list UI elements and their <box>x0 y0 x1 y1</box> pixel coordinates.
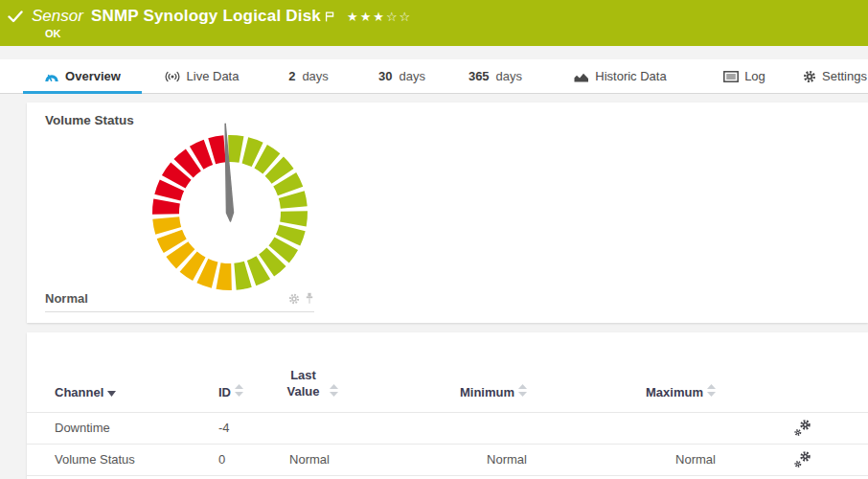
tab-label: Overview <box>65 69 121 83</box>
tab-bar: Overview Live Data 2 days 30 days 365 da… <box>0 59 868 94</box>
sort-both-icon <box>518 384 527 399</box>
tab-historic-data[interactable]: Historic Data <box>543 59 697 93</box>
channel-settings-icon[interactable] <box>793 420 812 434</box>
column-header-channel[interactable]: Channel <box>27 332 218 412</box>
column-label: Maximum <box>646 385 703 399</box>
sensor-title-row: Sensor SNMP Synology Logical Disk ★★★☆☆ <box>0 0 868 26</box>
log-icon <box>723 71 739 82</box>
channel-settings-icon[interactable] <box>793 451 812 466</box>
cell-id: 0 <box>218 444 257 475</box>
tab-label: Log <box>744 69 765 83</box>
column-header-minimum[interactable]: Minimum <box>362 332 527 412</box>
tab-label: Live Data <box>187 69 240 83</box>
table-row[interactable]: Volume Status 0 Normal Normal Normal <box>27 444 868 475</box>
status-badge: OK <box>45 28 61 39</box>
cell-last-value <box>257 412 362 444</box>
cell-minimum <box>362 412 527 444</box>
tab-unit: days <box>496 69 522 83</box>
sort-desc-icon <box>107 385 116 399</box>
pin-icon[interactable] <box>305 292 314 305</box>
panel-title: Volume Status <box>45 113 134 127</box>
tab-num: 30 <box>378 69 392 83</box>
gauge-value-label: Normal <box>45 291 88 306</box>
gear-icon <box>803 70 816 83</box>
cell-minimum: Normal <box>362 444 527 475</box>
tab-log[interactable]: Log <box>697 59 792 93</box>
flag-icon[interactable] <box>325 9 334 26</box>
check-icon <box>8 11 23 23</box>
tab-unit: days <box>400 69 425 83</box>
column-header-maximum[interactable]: Maximum <box>527 332 716 412</box>
table-row[interactable]: Downtime -4 <box>27 412 868 444</box>
tab-settings[interactable]: Settings <box>792 59 868 93</box>
column-label: Channel <box>55 385 103 399</box>
volume-status-panel: Volume Status Normal <box>27 103 868 323</box>
column-label: ID <box>218 385 231 399</box>
sensor-kind-label: Sensor <box>32 7 83 26</box>
page-title: SNMP Synology Logical Disk <box>91 7 321 26</box>
tab-overview[interactable]: Overview <box>23 59 142 93</box>
cell-channel: Downtime <box>27 412 218 444</box>
tab-label: Settings <box>822 69 867 83</box>
sort-both-icon <box>330 384 338 399</box>
chart-icon <box>573 70 589 83</box>
channel-table-panel: Channel ID Las <box>27 332 868 479</box>
gauge-icon <box>44 71 59 82</box>
cell-maximum: Normal <box>527 444 716 475</box>
tab-live-data[interactable]: Live Data <box>142 59 261 93</box>
volume-gauge <box>134 117 326 308</box>
live-icon <box>164 71 181 82</box>
sort-both-icon <box>707 384 716 399</box>
column-header-actions <box>716 332 868 412</box>
tab-2-days[interactable]: 2 days <box>261 59 356 93</box>
cell-last-value: Normal <box>257 444 362 475</box>
tab-label: Historic Data <box>595 69 666 83</box>
column-label: Minimum <box>460 385 514 399</box>
column-header-last-value[interactable]: Last Value <box>257 332 362 412</box>
tab-unit: days <box>302 69 328 83</box>
cell-id: -4 <box>218 412 257 444</box>
tab-num: 365 <box>468 69 490 83</box>
column-label: Last Value <box>282 367 326 399</box>
sensor-status-header: Sensor SNMP Synology Logical Disk ★★★☆☆ … <box>0 0 868 46</box>
channel-table: Channel ID Las <box>27 332 868 476</box>
column-header-id[interactable]: ID <box>218 332 257 412</box>
tab-365-days[interactable]: 365 days <box>447 59 543 93</box>
sort-both-icon <box>235 384 243 399</box>
gauge-caption-row: Normal <box>45 291 314 312</box>
gear-icon[interactable] <box>288 293 300 305</box>
tab-30-days[interactable]: 30 days <box>356 59 447 93</box>
cell-channel: Volume Status <box>27 444 218 475</box>
priority-stars[interactable]: ★★★☆☆ <box>347 10 412 24</box>
tab-num: 2 <box>288 69 295 83</box>
cell-maximum <box>527 412 716 444</box>
